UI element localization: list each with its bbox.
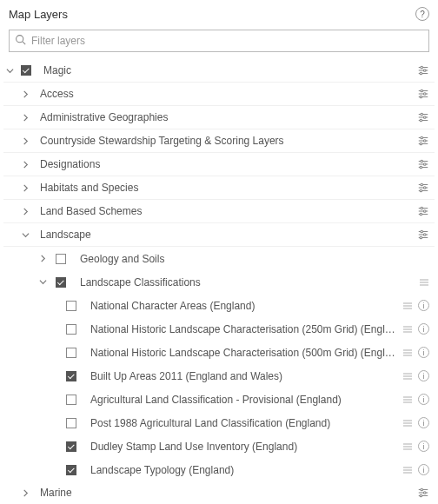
drag-handle-icon[interactable] [402,348,413,358]
panel-header: Map Layers ? [0,0,438,26]
layer-label: Landscape [40,229,412,241]
layer-group-administrative-geographies[interactable]: Administrative Geographies [3,106,435,129]
chevron-right-icon[interactable] [19,114,31,122]
sliders-icon[interactable] [417,487,429,499]
checkbox-layer[interactable] [66,301,76,311]
info-icon[interactable]: i [418,417,429,428]
svg-point-13 [420,96,422,98]
checkbox-layer[interactable] [66,395,76,405]
checkbox-subgroup[interactable] [56,277,66,288]
svg-point-41 [423,210,426,213]
layer-label: Access [40,88,412,100]
layer-group-countryside-stewardship-targeting-scoring-layers[interactable]: Countryside Stewardship Targeting & Scor… [3,129,435,153]
panel-title: Map Layers [9,8,68,21]
layer-item[interactable]: Post 1988 Agricultural Land Classificati… [3,411,435,434]
layer-label: Landscape Typology (England) [90,464,397,476]
layer-group-access[interactable]: Access [3,83,435,106]
sliders-icon[interactable] [417,88,429,100]
sliders-icon[interactable] [417,64,429,76]
search-box[interactable] [9,30,429,52]
svg-point-82 [420,494,422,497]
layer-label: National Historic Landscape Characterisa… [90,323,397,335]
help-icon[interactable]: ? [415,7,429,21]
layer-item[interactable]: Agricultural Land Classification - Provi… [3,388,435,411]
drag-handle-icon[interactable] [402,324,413,335]
layer-label: Administrative Geographies [40,111,412,123]
drag-handle-icon[interactable] [402,371,413,381]
info-icon[interactable]: i [418,441,429,452]
chevron-right-icon[interactable] [19,161,31,169]
sliders-icon[interactable] [417,135,429,147]
svg-point-21 [421,136,423,139]
info-icon[interactable]: i [418,464,429,475]
checkbox-layer[interactable] [66,441,76,452]
info-icon[interactable]: i [418,323,429,335]
checkbox-layer[interactable] [66,465,76,475]
svg-point-19 [420,119,422,122]
drag-handle-icon[interactable] [419,277,429,288]
layer-label: Geology and Soils [80,253,424,265]
checkbox-layer[interactable] [66,371,76,381]
layer-item[interactable]: National Historic Landscape Characterisa… [3,317,435,341]
drag-handle-icon[interactable] [402,301,413,311]
layer-item[interactable]: National Character Areas (England) i [3,294,435,317]
layer-label: National Historic Landscape Characterisa… [90,347,397,359]
sliders-icon[interactable] [417,111,429,123]
chevron-right-icon[interactable] [36,255,49,262]
chevron-right-icon[interactable] [19,184,31,192]
layer-label: Countryside Stewardship Targeting & Scor… [40,135,412,147]
chevron-down-icon[interactable] [36,278,49,286]
svg-point-25 [420,143,422,145]
search-input[interactable] [26,35,423,47]
layer-label: Dudley Stamp Land Use Inventory (England… [90,441,397,453]
layer-group-designations[interactable]: Designations [3,153,435,176]
sliders-icon[interactable] [417,229,429,241]
chevron-right-icon[interactable] [19,208,31,216]
layer-group-marine[interactable]: Marine [3,481,435,504]
chevron-down-icon[interactable] [3,67,16,75]
map-layers-panel: Map Layers ? Magic Access [0,0,438,504]
layer-group-landscape[interactable]: Landscape [3,223,435,247]
layer-item[interactable]: Landscape Typology (England) i [3,458,435,481]
layer-group-magic[interactable]: Magic [3,59,435,83]
layer-label: Post 1988 Agricultural Land Classificati… [90,417,397,429]
layer-label: Land Based Schemes [40,205,412,217]
layer-label: Marine [40,487,412,499]
sliders-icon[interactable] [417,205,429,217]
svg-point-39 [421,207,423,209]
chevron-right-icon[interactable] [19,137,31,145]
sliders-icon[interactable] [417,182,429,194]
layer-subgroup-geology-and-soils[interactable]: Geology and Soils [3,247,435,270]
chevron-right-icon[interactable] [19,90,31,98]
layer-item[interactable]: National Historic Landscape Characterisa… [3,341,435,364]
checkbox-layer[interactable] [66,348,76,358]
drag-handle-icon[interactable] [402,395,413,405]
checkbox-layer[interactable] [66,418,76,428]
drag-handle-icon[interactable] [402,465,413,475]
chevron-right-icon[interactable] [19,489,31,497]
layer-subgroup-landscape-classifications[interactable]: Landscape Classifications [3,270,435,294]
checkbox-magic[interactable] [21,65,31,76]
layer-item[interactable]: Dudley Stamp Land Use Inventory (England… [3,434,435,458]
drag-handle-icon[interactable] [402,441,413,452]
svg-point-3 [421,66,423,69]
info-icon[interactable]: i [418,394,429,405]
svg-point-37 [420,189,422,192]
info-icon[interactable]: i [418,370,429,381]
layer-label: National Character Areas (England) [90,300,397,312]
drag-handle-icon[interactable] [402,418,413,428]
search-icon [15,34,26,48]
svg-line-1 [23,42,25,44]
sliders-icon[interactable] [417,158,429,170]
svg-point-17 [423,116,426,119]
checkbox-subgroup[interactable] [56,254,66,264]
layer-label: Magic [43,64,412,76]
layer-group-land-based-schemes[interactable]: Land Based Schemes [3,200,435,223]
chevron-down-icon[interactable] [19,231,31,239]
layer-item[interactable]: Built Up Areas 2011 (England and Wales) … [3,364,435,388]
info-icon[interactable]: i [418,347,429,358]
checkbox-layer[interactable] [66,324,76,335]
layer-group-habitats-and-species[interactable]: Habitats and Species [3,176,435,200]
info-icon[interactable]: i [418,300,429,311]
svg-point-23 [423,140,426,143]
